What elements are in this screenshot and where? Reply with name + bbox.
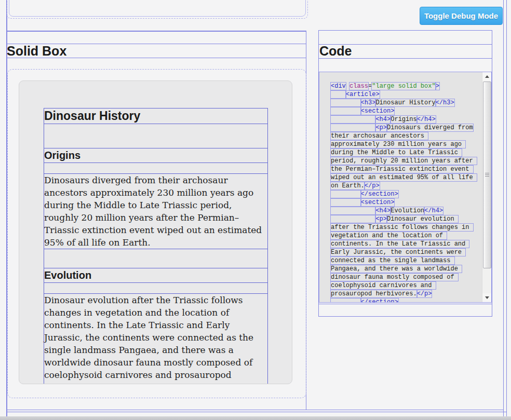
code-token-txt: vegetation and the location of xyxy=(331,232,447,239)
code-line: continents. In the Late Triassic and xyxy=(331,240,491,248)
demo-paragraph: Dinosaur evolution after the Triassic fo… xyxy=(44,294,267,384)
demo-section-origins: Origins Dinosaurs diverged from their ar… xyxy=(44,148,267,249)
code-token-txt: wiped out an estimated 95% of all life xyxy=(331,174,477,181)
code-token-txt: prosauropod herbivores. xyxy=(331,290,417,297)
solid-box-section-title: Solid Box xyxy=(6,44,306,58)
code-line: approximately 230 million years ago xyxy=(331,140,491,148)
code-line: </section> xyxy=(331,190,491,198)
code-line: <section> xyxy=(331,107,491,115)
code-line: <p>Dinosaurs diverged from xyxy=(331,124,491,132)
code-token-tag: <p> xyxy=(375,124,387,131)
code-line: <h4>Origins</h4> xyxy=(331,115,491,124)
code-token-tag: </p> xyxy=(365,182,380,189)
code-token-tag: <section> xyxy=(361,107,395,115)
code-token-ind xyxy=(331,299,361,303)
debug-outline-code-title-bottom xyxy=(318,58,492,59)
code-token-tag: > xyxy=(436,83,439,90)
demo-article: Dinosaur History Origins Dinosaurs diver… xyxy=(44,109,267,384)
code-token-tag: </h4> xyxy=(424,207,443,214)
debug-outline-page-bottom-outer xyxy=(6,412,506,412)
debug-outline-page-right-outer xyxy=(503,0,504,420)
code-token-ind xyxy=(331,124,375,131)
code-token-txt: Dinosaur History xyxy=(375,99,435,106)
code-token-txt: approximately 230 million years ago xyxy=(331,141,465,148)
code-line: their archosaur ancestors xyxy=(331,132,491,140)
code-token-tag: </section> xyxy=(361,191,398,198)
code-token-ind xyxy=(331,191,361,198)
code-token-txt: period, roughly 20 million years after xyxy=(331,157,477,165)
code-token-txt: during the Middle to Late Triassic xyxy=(331,149,462,156)
code-token-txt: coelophysoid carnivores and xyxy=(331,282,436,289)
code-token-txt: on Earth. xyxy=(331,182,365,189)
code-line: dinosaur fauna mostly composed of xyxy=(331,273,491,281)
toggle-debug-mode-button[interactable]: Toggle Debug Mode xyxy=(420,7,503,25)
code-token-tag: <section> xyxy=(361,199,395,206)
code-token-txt: Pangaea, and there was a worldwide xyxy=(331,265,462,273)
code-token-ind xyxy=(331,107,361,115)
code-scroll-area[interactable]: <div class="large solid box"> <article> … xyxy=(319,72,492,303)
code-line: during the Middle to Late Triassic xyxy=(331,148,491,157)
code-token-txt: Dinosaur evolution xyxy=(387,215,458,223)
code-token-tag: </section> xyxy=(361,299,398,303)
code-section-title: Code xyxy=(319,44,491,58)
code-token-tag: <h3> xyxy=(361,99,376,106)
code-line: Pangaea, and there was a worldwide xyxy=(331,265,491,273)
page: Toggle Debug Mode Solid Box Dinosaur His… xyxy=(0,0,511,420)
code-line: connected as the single landmass xyxy=(331,256,491,265)
debug-outline-code-footer xyxy=(318,304,492,304)
code-line: on Earth.</p> xyxy=(331,182,491,190)
previous-section-box xyxy=(9,0,306,17)
code-token-ind xyxy=(331,99,361,106)
code-line: wiped out an estimated 95% of all life xyxy=(331,173,491,182)
code-token-tag: <p> xyxy=(375,215,387,223)
code-token-tag: <h4> xyxy=(375,207,391,214)
code-line: the Permian–Triassic extinction event xyxy=(331,165,491,173)
code-token-str: "large solid box" xyxy=(372,83,435,90)
scrollbar-thumb[interactable] xyxy=(483,82,491,268)
code-token-ind xyxy=(331,199,361,206)
code-line: <h4>Evolution</h4> xyxy=(331,207,491,215)
window-scrollbar-strip xyxy=(0,416,511,420)
code-token-txt: the Permian–Triassic extinction event xyxy=(331,166,473,173)
scroll-down-button[interactable] xyxy=(482,293,491,302)
code-token-txt: Evolution xyxy=(391,207,424,214)
code-line: <p>Dinosaur evolution xyxy=(331,215,491,223)
code-token-tag: <div xyxy=(331,83,346,90)
code-token-txt: Early Jurassic, the continents were xyxy=(331,249,465,256)
debug-outline-page-bottom-inner xyxy=(6,410,504,410)
code-token-txt: Dinosaurs diverged from xyxy=(387,124,473,131)
large-solid-box: Dinosaur History Origins Dinosaurs diver… xyxy=(19,80,292,384)
code-token-ind xyxy=(331,215,375,223)
code-line: <section> xyxy=(331,198,491,207)
code-token-ind xyxy=(331,207,375,214)
code-token-tag: </h3> xyxy=(436,99,454,106)
code-line: coelophysoid carnivores and xyxy=(331,281,491,290)
scroll-down-icon xyxy=(485,296,489,299)
code-line: </section> xyxy=(331,298,491,303)
code-line: vegetation and the location of xyxy=(331,232,491,240)
scroll-up-button[interactable] xyxy=(482,72,491,81)
code-token-ind xyxy=(331,116,375,123)
scroll-up-icon xyxy=(485,75,489,78)
demo-section-evolution: Evolution Dinosaur evolution after the T… xyxy=(44,268,267,384)
code-content: <div class="large solid box"> <article> … xyxy=(319,72,491,303)
code-line: <article> xyxy=(331,90,491,99)
code-token-ind xyxy=(331,91,346,98)
code-token-txt: connected as the single landmass xyxy=(331,257,454,264)
code-line: period, roughly 20 million years after xyxy=(331,157,491,165)
code-scrollbar[interactable] xyxy=(482,72,491,302)
demo-paragraph: Dinosaurs diverged from their archosaur … xyxy=(44,174,267,249)
code-line: after the Triassic follows changes in xyxy=(331,223,491,232)
code-token-tag: <article> xyxy=(346,91,380,98)
demo-section-heading: Evolution xyxy=(44,268,267,282)
code-token-txt: Origins xyxy=(391,116,416,123)
code-token-attr: class xyxy=(349,83,368,90)
code-token-txt: after the Triassic follows changes in xyxy=(331,224,473,231)
scrollbar-grip-icon xyxy=(485,173,489,177)
code-line: prosauropod herbivores.</p> xyxy=(331,290,491,298)
code-line: <h3>Dinosaur History</h3> xyxy=(331,99,491,107)
code-token-txt: continents. In the Late Triassic and xyxy=(331,240,469,248)
debug-outline-page-right-inner xyxy=(506,0,507,420)
code-token-txt: dinosaur fauna mostly composed of xyxy=(331,274,458,281)
demo-section-heading: Origins xyxy=(44,148,267,162)
